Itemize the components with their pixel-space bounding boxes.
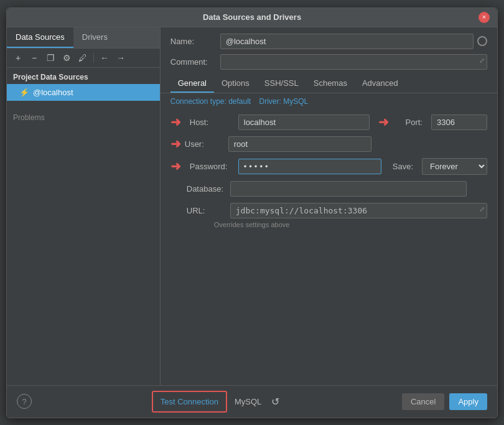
fields-area: ➜ Host: ➜ Port: ➜ User: ➜ Password: bbox=[161, 110, 497, 385]
overrides-text: Overrides settings above bbox=[214, 221, 487, 228]
footer-left: Test Connection MySQL ↺ bbox=[152, 391, 282, 413]
cancel-button[interactable]: Cancel bbox=[402, 393, 444, 410]
tab-data-sources[interactable]: Data Sources bbox=[7, 27, 73, 48]
connection-type-label: Connection type: bbox=[170, 97, 226, 106]
url-input[interactable] bbox=[230, 203, 487, 218]
save-label: Save: bbox=[393, 162, 413, 171]
port-input[interactable] bbox=[431, 114, 487, 130]
right-tabs: General Options SSH/SSL Schemas Advanced bbox=[161, 75, 497, 93]
datasource-icon: ⚡ bbox=[19, 88, 29, 97]
comment-input[interactable] bbox=[220, 54, 487, 70]
forward-button[interactable]: → bbox=[113, 51, 128, 65]
host-port-row: ➜ Host: ➜ Port: bbox=[170, 114, 487, 130]
tab-general[interactable]: General bbox=[170, 75, 214, 93]
tab-drivers[interactable]: Drivers bbox=[73, 27, 116, 48]
name-input[interactable] bbox=[220, 34, 474, 49]
user-label: User: bbox=[185, 139, 228, 149]
name-input-wrap bbox=[220, 34, 487, 49]
port-label: Port: bbox=[398, 118, 422, 127]
url-expand-icon[interactable]: ⤢ bbox=[479, 205, 485, 213]
database-label: Database: bbox=[187, 184, 230, 194]
password-input[interactable] bbox=[238, 159, 381, 174]
settings-button[interactable]: ⚙ bbox=[59, 51, 74, 65]
tab-sshssl[interactable]: SSH/SSL bbox=[257, 75, 306, 93]
port-arrow: ➜ bbox=[378, 114, 389, 129]
form-header: Name: Comment: ⤢ bbox=[161, 27, 497, 72]
left-panel: Data Sources Drivers + − ❐ ⚙ 🖊 ← → Proje… bbox=[7, 27, 161, 385]
host-label: Host: bbox=[190, 118, 233, 127]
password-arrow: ➜ bbox=[170, 159, 181, 174]
left-toolbar: + − ❐ ⚙ 🖊 ← → bbox=[7, 49, 160, 68]
password-label: Password: bbox=[190, 162, 233, 171]
test-connection-highlight: Test Connection bbox=[152, 391, 227, 413]
driver-value[interactable]: MySQL bbox=[283, 97, 308, 106]
password-row: ➜ Password: Save: Forever Until restart … bbox=[170, 158, 487, 175]
remove-button[interactable]: − bbox=[27, 51, 42, 65]
url-row: URL: ⤢ bbox=[170, 203, 487, 218]
save-select[interactable]: Forever Until restart Never bbox=[422, 158, 487, 175]
url-label: URL: bbox=[187, 206, 230, 215]
title-bar: Data Sources and Drivers × bbox=[7, 8, 497, 27]
test-connection-button[interactable]: Test Connection bbox=[154, 393, 225, 410]
host-arrow: ➜ bbox=[170, 114, 181, 129]
left-tabs: Data Sources Drivers bbox=[7, 27, 160, 49]
user-arrow: ➜ bbox=[170, 136, 181, 151]
close-button[interactable]: × bbox=[478, 12, 490, 23]
connection-type-value[interactable]: default bbox=[228, 97, 251, 106]
copy-button[interactable]: ❐ bbox=[43, 51, 58, 65]
tab-options[interactable]: Options bbox=[214, 75, 257, 93]
comment-label: Comment: bbox=[170, 57, 220, 67]
tab-schemas[interactable]: Schemas bbox=[306, 75, 355, 93]
host-input[interactable] bbox=[238, 114, 370, 130]
database-input[interactable] bbox=[230, 181, 467, 197]
right-panel: Name: Comment: ⤢ General bbox=[161, 27, 497, 385]
toolbar-separator bbox=[93, 53, 94, 63]
radio-button[interactable] bbox=[477, 36, 487, 46]
footer-right: Cancel Apply bbox=[402, 393, 487, 410]
tab-advanced[interactable]: Advanced bbox=[355, 75, 406, 93]
edit-button[interactable]: 🖊 bbox=[75, 51, 90, 65]
section-label: Project Data Sources bbox=[7, 68, 160, 84]
help-button[interactable]: ? bbox=[17, 394, 32, 409]
undo-button[interactable]: ↺ bbox=[269, 393, 282, 410]
name-row: Name: bbox=[170, 34, 487, 49]
name-label: Name: bbox=[170, 37, 220, 46]
mysql-label: MySQL bbox=[235, 397, 261, 406]
problems-label: Problems bbox=[7, 101, 160, 126]
connection-info: Connection type: default Driver: MySQL bbox=[161, 93, 497, 110]
database-row: Database: bbox=[170, 181, 487, 197]
datasource-name: @localhost bbox=[33, 88, 73, 97]
driver-label: Driver: bbox=[259, 97, 281, 106]
comment-row: Comment: ⤢ bbox=[170, 54, 487, 70]
add-button[interactable]: + bbox=[11, 51, 26, 65]
expand-icon[interactable]: ⤢ bbox=[479, 57, 485, 65]
back-button[interactable]: ← bbox=[97, 51, 112, 65]
comment-input-wrap: ⤢ bbox=[220, 54, 487, 70]
data-sources-dialog: Data Sources and Drivers × Data Sources … bbox=[6, 7, 498, 418]
dialog-footer: ? Test Connection MySQL ↺ Cancel Apply bbox=[7, 385, 497, 418]
datasource-item[interactable]: ⚡ @localhost bbox=[7, 84, 160, 101]
dialog-title: Data Sources and Drivers bbox=[26, 12, 478, 22]
apply-button[interactable]: Apply bbox=[449, 393, 487, 410]
user-row: ➜ User: bbox=[170, 136, 487, 152]
dialog-body: Data Sources Drivers + − ❐ ⚙ 🖊 ← → Proje… bbox=[7, 27, 497, 385]
user-input[interactable] bbox=[228, 136, 371, 152]
